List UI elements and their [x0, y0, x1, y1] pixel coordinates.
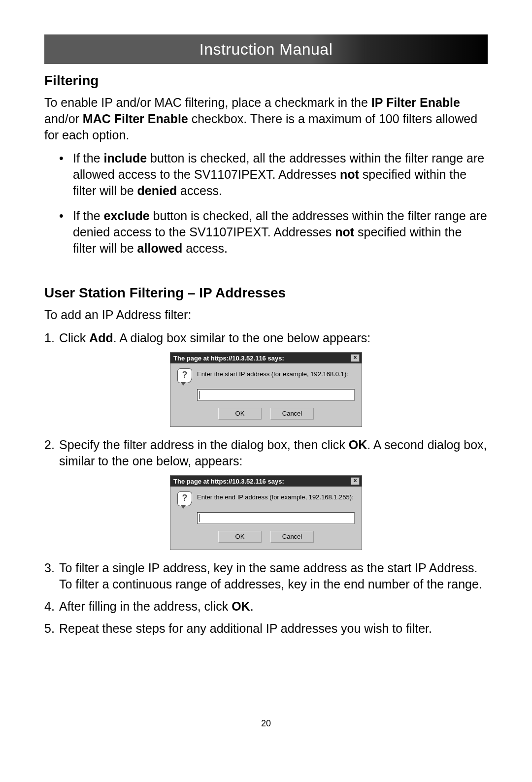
ok-button[interactable]: OK: [218, 408, 262, 420]
question-icon: [177, 491, 192, 506]
dialog-titlebar: The page at https://10.3.52.116 says: ×: [170, 476, 362, 487]
close-icon[interactable]: ×: [351, 354, 360, 362]
dialog-prompt: Enter the start IP address (for example,…: [197, 368, 348, 378]
ok-button[interactable]: OK: [218, 531, 262, 543]
dialog-title: The page at https://10.3.52.116 says:: [173, 355, 284, 362]
step-5: Repeat these steps for any additional IP…: [44, 620, 488, 637]
dialog-title: The page at https://10.3.52.116 says:: [173, 478, 284, 485]
dialog-prompt: Enter the end IP address (for example, 1…: [197, 491, 354, 501]
close-icon[interactable]: ×: [351, 477, 360, 485]
dialog-end-ip: The page at https://10.3.52.116 says: × …: [170, 475, 362, 550]
bullet-include: If the include button is checked, all th…: [59, 150, 488, 199]
step-3: To filter a single IP address, key in th…: [44, 560, 488, 592]
cancel-button[interactable]: Cancel: [270, 408, 314, 420]
step-4: After filling in the address, click OK.: [44, 598, 488, 615]
dialog-start-ip: The page at https://10.3.52.116 says: × …: [170, 352, 362, 427]
header-title: Instruction Manual: [200, 40, 332, 59]
filtering-intro: To enable IP and/or MAC filtering, place…: [44, 95, 488, 143]
ip-filtering-intro: To add an IP Address filter:: [44, 307, 488, 323]
header-band: Instruction Manual: [44, 34, 488, 64]
dialog-titlebar: The page at https://10.3.52.116 says: ×: [170, 353, 362, 363]
page-number: 20: [0, 718, 532, 729]
question-icon: [177, 368, 192, 383]
step-2: Specify the filter address in the dialog…: [44, 437, 488, 469]
ip-start-input[interactable]: [197, 389, 355, 401]
step-1: Click Add. A dialog box similar to the o…: [44, 330, 488, 346]
ip-end-input[interactable]: [197, 512, 355, 524]
cancel-button[interactable]: Cancel: [270, 531, 314, 543]
filtering-heading: Filtering: [44, 73, 488, 89]
bullet-exclude: If the exclude button is checked, all th…: [59, 208, 488, 257]
ip-filtering-heading: User Station Filtering – IP Addresses: [44, 285, 488, 301]
